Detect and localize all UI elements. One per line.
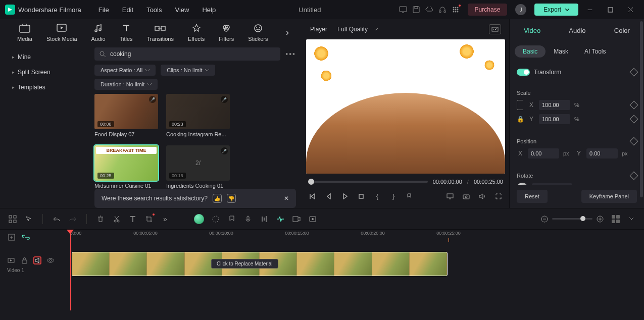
transform-toggle[interactable] [517, 69, 530, 76]
window-close[interactable] [622, 2, 639, 17]
transform-keyframe-icon[interactable] [630, 68, 638, 77]
ribbon-effects[interactable]: Effects [181, 23, 212, 42]
cloud-icon[interactable] [425, 6, 433, 14]
track-toggle-icon[interactable] [7, 256, 15, 264]
media-thumb[interactable]: 00:08🎤 Food Display 07 [94, 94, 158, 137]
inspector-tab-color[interactable]: Color [614, 25, 630, 36]
tl-delete-icon[interactable] [96, 215, 105, 224]
link-xy-icon[interactable] [517, 100, 523, 110]
feedback-close[interactable]: ✕ [284, 195, 289, 202]
tl-link-icon[interactable] [21, 233, 30, 242]
filter-clips[interactable]: Clips : No limit [161, 65, 215, 76]
ribbon-media[interactable]: Media [10, 23, 39, 42]
tl-undo-icon[interactable] [52, 215, 61, 224]
tl-marker-icon[interactable] [227, 215, 236, 224]
inspector-tab-video[interactable]: Video [524, 25, 540, 36]
rotate-keyframe-icon[interactable] [630, 172, 638, 180]
menu-file[interactable]: File [93, 4, 114, 16]
tl-record-icon[interactable] [308, 215, 317, 224]
filter-duration[interactable]: Duration : No limit [94, 79, 158, 90]
tl-render-icon[interactable] [292, 215, 301, 224]
tl-speed-icon[interactable] [211, 215, 220, 224]
marker-menu-icon[interactable] [405, 192, 414, 201]
menu-help[interactable]: Help [197, 4, 221, 16]
tl-add-track-icon[interactable] [7, 233, 16, 242]
save-icon[interactable] [412, 6, 420, 14]
tl-redo-icon[interactable] [68, 215, 77, 224]
media-thumb[interactable]: 2/00:16🎤 Ingredients Cooking 01 [166, 145, 230, 189]
ribbon-filters[interactable]: Filters [212, 23, 241, 42]
window-maximize[interactable] [602, 2, 619, 17]
player-seek-bar[interactable] [308, 181, 428, 183]
player-display-icon[interactable] [445, 192, 455, 201]
thumbs-down-icon[interactable]: 👎 [227, 194, 236, 203]
position-y-input[interactable] [586, 148, 618, 158]
tl-settings-icon[interactable] [627, 215, 636, 224]
mark-in-icon[interactable]: { [373, 192, 382, 201]
tl-auto-icon[interactable] [276, 215, 285, 224]
mark-out-icon[interactable]: } [389, 192, 398, 201]
timeline-ruler[interactable]: 00:00 00:00:05:00 00:00:10:00 00:00:15:0… [70, 230, 644, 245]
player-camera-icon[interactable] [462, 192, 471, 201]
clip-replace-hint[interactable]: Click to Replace Material [211, 259, 278, 269]
playhead[interactable] [70, 230, 71, 310]
player-viewport[interactable] [306, 39, 505, 174]
headphones-icon[interactable] [438, 6, 447, 14]
menu-edit[interactable]: Edit [117, 4, 138, 16]
ribbon-stock-media[interactable]: Stock Media [39, 23, 84, 42]
snapshot-icon[interactable] [489, 24, 501, 34]
tl-crop-icon[interactable] [144, 215, 154, 224]
inspector-tab-audio[interactable]: Audio [569, 25, 585, 36]
player-stop-icon[interactable] [357, 192, 366, 201]
keyframe-panel-button[interactable]: Keyframe Panel [581, 190, 637, 203]
tl-text-icon[interactable] [128, 215, 137, 224]
tl-cut-icon[interactable] [112, 215, 121, 224]
ribbon-audio[interactable]: Audio [84, 23, 113, 42]
player-play-icon[interactable] [340, 192, 350, 201]
scale-x-keyframe-icon[interactable] [630, 101, 638, 110]
purchase-button[interactable]: Purchase [468, 4, 508, 16]
window-minimize[interactable]: ─ [581, 2, 599, 17]
tree-templates[interactable]: Templates [0, 80, 88, 95]
tl-select-icon[interactable] [24, 215, 33, 224]
tree-split-screen[interactable]: Split Screen [0, 65, 88, 80]
player-quality-select[interactable]: Full Quality [337, 26, 378, 33]
search-input[interactable] [94, 47, 280, 61]
scale-x-input[interactable] [539, 100, 570, 110]
filter-aspect-ratio[interactable]: Aspect Ratio : All [94, 65, 156, 76]
position-x-input[interactable] [528, 148, 559, 158]
track-visibility-icon[interactable] [46, 256, 55, 264]
tl-layout-icon[interactable] [8, 215, 17, 224]
inspector-subtab-basic[interactable]: Basic [515, 45, 546, 58]
tl-ai-orb-icon[interactable] [194, 214, 204, 224]
display-icon[interactable] [399, 6, 407, 14]
scale-y-keyframe-icon[interactable] [630, 115, 638, 124]
inspector-subtab-ai-tools[interactable]: AI Tools [576, 45, 614, 58]
ribbon-stickers[interactable]: Stickers [241, 23, 275, 42]
tl-voiceover-icon[interactable] [243, 215, 253, 224]
lock-icon[interactable]: 🔒 [517, 116, 524, 123]
ribbon-transitions[interactable]: Transitions [140, 23, 181, 42]
media-more-menu[interactable]: ••• [285, 50, 296, 58]
player-fullscreen-icon[interactable] [494, 192, 503, 201]
thumbs-up-icon[interactable]: 👍 [213, 194, 222, 203]
tree-mine[interactable]: Mine [0, 49, 88, 65]
media-thumb[interactable]: 00:23🎤 Cooking Instagram Re... [166, 94, 230, 137]
track-mute-icon[interactable] [33, 256, 41, 264]
player-prev-icon[interactable] [308, 192, 317, 201]
player-volume-icon[interactable] [478, 192, 487, 201]
ribbon-more[interactable]: › [283, 27, 292, 38]
tl-more-icon[interactable]: » [161, 215, 170, 224]
export-button[interactable]: Export [534, 4, 578, 16]
menu-view[interactable]: View [170, 4, 194, 16]
apps-icon[interactable] [452, 6, 460, 14]
zoom-slider[interactable] [552, 218, 592, 220]
tl-view-options-icon[interactable] [612, 215, 620, 223]
menu-tools[interactable]: Tools [141, 4, 167, 16]
track-lock-icon[interactable] [20, 256, 28, 264]
zoom-in-icon[interactable] [596, 215, 605, 224]
inspector-subtab-mask[interactable]: Mask [546, 45, 576, 58]
tl-audio-mix-icon[interactable] [260, 215, 269, 224]
reset-button[interactable]: Reset [517, 190, 548, 203]
media-thumb[interactable]: BREAKFAST TIME00:25 Midsummer Cuisine 01 [94, 145, 158, 189]
